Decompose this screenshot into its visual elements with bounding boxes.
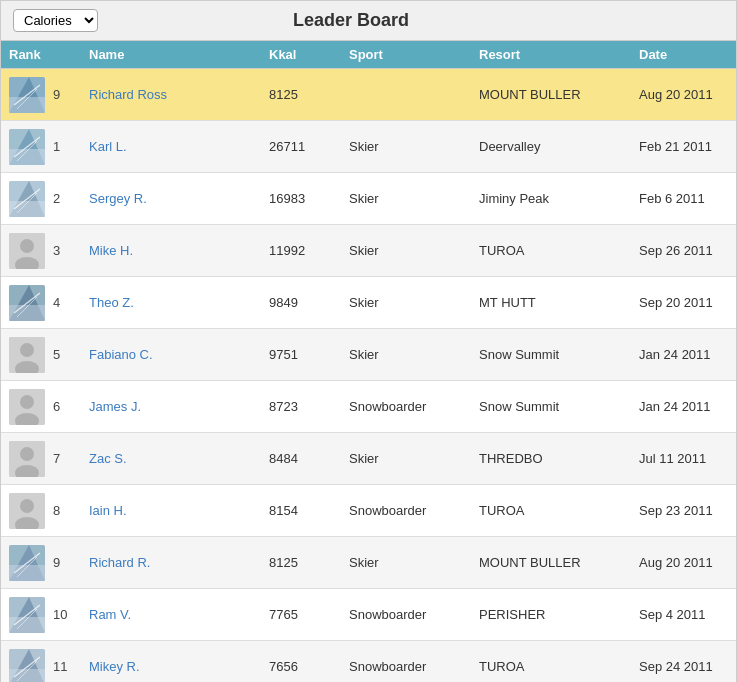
resort-cell: Jiminy Peak — [471, 187, 631, 210]
date-cell: Sep 24 2011 — [631, 655, 737, 678]
rank-number: 8 — [53, 503, 60, 518]
kkal-cell: 8125 — [261, 83, 341, 106]
name-cell[interactable]: James J. — [81, 395, 261, 418]
kkal-cell: 9849 — [261, 291, 341, 314]
kkal-cell: 8723 — [261, 395, 341, 418]
svg-point-24 — [20, 343, 34, 357]
name-cell[interactable]: Theo Z. — [81, 291, 261, 314]
col-kkal: Kkal — [261, 47, 341, 62]
name-link[interactable]: Richard R. — [89, 555, 150, 570]
resort-cell: MT HUTT — [471, 291, 631, 314]
table-body: 9 Richard Ross 8125 MOUNT BULLER Aug 20 … — [1, 69, 736, 682]
rank-number: 7 — [53, 451, 60, 466]
rank-cell: 10 — [1, 593, 81, 637]
rank-number: 11 — [53, 659, 67, 674]
date-cell: Sep 26 2011 — [631, 239, 737, 262]
rank-cell: 5 — [1, 333, 81, 377]
name-cell[interactable]: Ram V. — [81, 603, 261, 626]
rank-cell: 8 — [1, 489, 81, 533]
resort-cell: Deervalley — [471, 135, 631, 158]
name-link[interactable]: Richard Ross — [89, 87, 167, 102]
rank-cell: 2 — [1, 177, 81, 221]
sport-cell: Skier — [341, 239, 471, 262]
name-link[interactable]: James J. — [89, 399, 141, 414]
rank-cell: 7 — [1, 437, 81, 481]
sport-cell: Skier — [341, 447, 471, 470]
rank-number: 3 — [53, 243, 60, 258]
name-cell[interactable]: Richard Ross — [81, 83, 261, 106]
kkal-cell: 11992 — [261, 239, 341, 262]
rank-cell: 4 — [1, 281, 81, 325]
name-cell[interactable]: Sergey R. — [81, 187, 261, 210]
rank-number: 5 — [53, 347, 60, 362]
avatar — [9, 597, 45, 633]
sport-cell — [341, 91, 471, 99]
top-bar: Calories Distance Duration Leader Board — [1, 1, 736, 41]
rank-number: 1 — [53, 139, 60, 154]
sport-cell: Skier — [341, 551, 471, 574]
avatar — [9, 233, 45, 269]
avatar — [9, 181, 45, 217]
date-cell: Sep 20 2011 — [631, 291, 737, 314]
table-row: 5 Fabiano C. 9751 Skier Snow Summit Jan … — [1, 329, 736, 381]
rank-number: 9 — [53, 87, 60, 102]
resort-cell: Snow Summit — [471, 395, 631, 418]
svg-point-30 — [20, 447, 34, 461]
name-link[interactable]: Mikey R. — [89, 659, 140, 674]
table-row: 1 Karl L. 26711 Skier Deervalley Feb 21 … — [1, 121, 736, 173]
name-cell[interactable]: Zac S. — [81, 447, 261, 470]
svg-point-33 — [20, 499, 34, 513]
table-row: 3 Mike H. 11992 Skier TUROA Sep 26 2011 — [1, 225, 736, 277]
date-cell: Jan 24 2011 — [631, 343, 737, 366]
col-resort: Resort — [471, 47, 631, 62]
name-link[interactable]: Zac S. — [89, 451, 127, 466]
date-cell: Sep 23 2011 — [631, 499, 737, 522]
avatar — [9, 493, 45, 529]
name-cell[interactable]: Fabiano C. — [81, 343, 261, 366]
kkal-cell: 7656 — [261, 655, 341, 678]
avatar — [9, 129, 45, 165]
kkal-cell: 8125 — [261, 551, 341, 574]
table-row: 8 Iain H. 8154 Snowboarder TUROA Sep 23 … — [1, 485, 736, 537]
dropdown-wrapper[interactable]: Calories Distance Duration — [13, 9, 98, 32]
avatar — [9, 285, 45, 321]
page-title: Leader Board — [98, 10, 604, 31]
avatar — [9, 389, 45, 425]
name-cell[interactable]: Karl L. — [81, 135, 261, 158]
table-row: 6 James J. 8723 Snowboarder Snow Summit … — [1, 381, 736, 433]
avatar — [9, 545, 45, 581]
name-link[interactable]: Theo Z. — [89, 295, 134, 310]
kkal-cell: 9751 — [261, 343, 341, 366]
name-cell[interactable]: Mikey R. — [81, 655, 261, 678]
name-cell[interactable]: Richard R. — [81, 551, 261, 574]
leaderboard-container: Calories Distance Duration Leader Board … — [0, 0, 737, 682]
table-row: 9 Richard R. 8125 Skier MOUNT BULLER Aug… — [1, 537, 736, 589]
sport-cell: Snowboarder — [341, 395, 471, 418]
name-link[interactable]: Mike H. — [89, 243, 133, 258]
date-cell: Jul 11 2011 — [631, 447, 737, 470]
rank-cell: 6 — [1, 385, 81, 429]
name-cell[interactable]: Iain H. — [81, 499, 261, 522]
name-link[interactable]: Karl L. — [89, 139, 127, 154]
name-link[interactable]: Iain H. — [89, 503, 127, 518]
name-link[interactable]: Fabiano C. — [89, 347, 153, 362]
table-row: 9 Richard Ross 8125 MOUNT BULLER Aug 20 … — [1, 69, 736, 121]
kkal-cell: 7765 — [261, 603, 341, 626]
sport-cell: Snowboarder — [341, 499, 471, 522]
rank-cell: 9 — [1, 73, 81, 117]
table-row: 4 Theo Z. 9849 Skier MT HUTT Sep 20 2011 — [1, 277, 736, 329]
name-cell[interactable]: Mike H. — [81, 239, 261, 262]
category-select[interactable]: Calories Distance Duration — [13, 9, 98, 32]
kkal-cell: 16983 — [261, 187, 341, 210]
rank-number: 6 — [53, 399, 60, 414]
resort-cell: MOUNT BULLER — [471, 83, 631, 106]
name-link[interactable]: Sergey R. — [89, 191, 147, 206]
date-cell: Sep 4 2011 — [631, 603, 737, 626]
name-link[interactable]: Ram V. — [89, 607, 131, 622]
table-row: 10 Ram V. 7765 Snowboarder PERISHER Sep … — [1, 589, 736, 641]
resort-cell: TUROA — [471, 655, 631, 678]
table-row: 7 Zac S. 8484 Skier THREDBO Jul 11 2011 — [1, 433, 736, 485]
resort-cell: THREDBO — [471, 447, 631, 470]
rank-cell: 1 — [1, 125, 81, 169]
rank-cell: 9 — [1, 541, 81, 585]
